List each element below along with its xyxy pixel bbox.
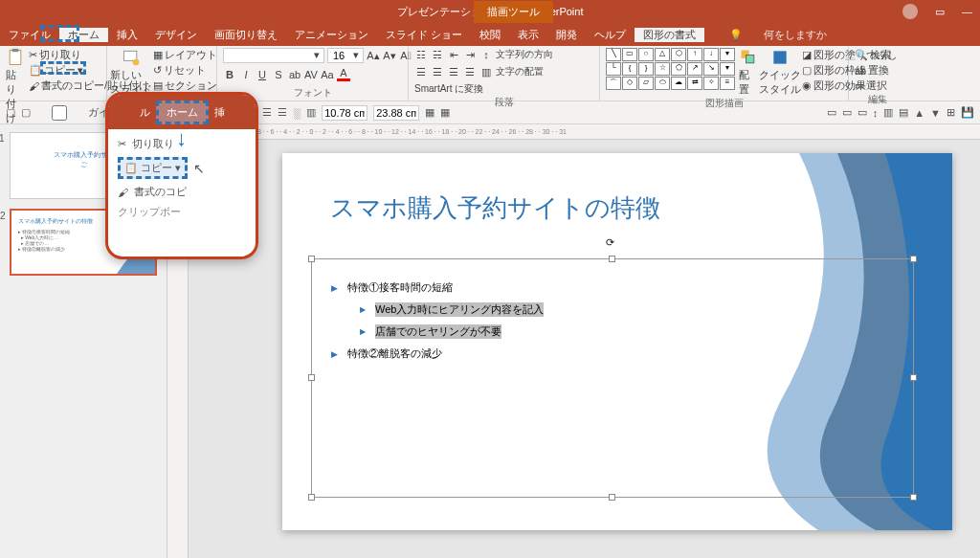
bring-forward-icon[interactable]: ▲ bbox=[914, 107, 924, 119]
casechange-button[interactable]: Aa bbox=[321, 69, 334, 80]
guide-checkbox[interactable] bbox=[36, 105, 82, 121]
callout-home-highlight: ホーム bbox=[156, 100, 209, 124]
height-input[interactable] bbox=[373, 105, 419, 121]
svg-rect-5 bbox=[746, 56, 754, 63]
replace-button[interactable]: ab 置換 bbox=[855, 63, 891, 78]
clipboard-icon bbox=[6, 48, 25, 67]
underline-button[interactable]: U bbox=[256, 69, 269, 80]
tab-design[interactable]: デザイン bbox=[146, 28, 206, 42]
qat-save-icon[interactable]: ▢ bbox=[6, 106, 15, 119]
ribbon-display-icon[interactable]: ▭ bbox=[935, 6, 945, 18]
tab-file[interactable]: ファイル bbox=[0, 28, 59, 42]
callout-copy-highlight: 📋 コピー ▾ bbox=[118, 157, 188, 179]
quick-styles-icon bbox=[770, 48, 790, 67]
increase-font-icon[interactable]: A▴ bbox=[367, 50, 380, 62]
cursor-icon: ↖ bbox=[193, 161, 205, 176]
user-avatar[interactable] bbox=[902, 4, 918, 19]
bullets-button[interactable]: ☷ bbox=[414, 49, 428, 61]
resize-handle[interactable] bbox=[308, 494, 315, 501]
font-size-combo[interactable]: ▾ bbox=[327, 48, 364, 63]
rotate-handle-icon[interactable]: ⟳ bbox=[606, 236, 619, 250]
svg-rect-0 bbox=[10, 51, 21, 65]
columns-button[interactable]: ▥ bbox=[479, 66, 493, 78]
spacing-button[interactable]: AV bbox=[304, 69, 318, 80]
tab-slideshow[interactable]: スライド ショー bbox=[377, 28, 471, 42]
bulb-icon: 💡 bbox=[721, 29, 751, 40]
bullet-item[interactable]: 店舗でのヒヤリングが不要 bbox=[360, 321, 894, 343]
width-input[interactable] bbox=[322, 105, 368, 121]
new-slide-button[interactable]: 新しい スライド bbox=[113, 48, 149, 97]
contextual-tab-label: 描画ツール bbox=[474, 1, 553, 23]
bullet-item[interactable]: 特徴①接客時間の短縮 bbox=[331, 277, 894, 299]
decrease-font-icon[interactable]: A▾ bbox=[383, 50, 396, 62]
align-left-button[interactable]: ☰ bbox=[414, 66, 428, 78]
new-slide-icon bbox=[122, 48, 141, 67]
font-family-combo[interactable]: ▾ bbox=[223, 48, 324, 63]
content-textbox[interactable]: ⟳ 特徴①接客時間の短縮 Web入力時にヒアリング内容を記入 店舗でのヒヤリング… bbox=[311, 258, 914, 498]
tab-transitions[interactable]: 画面切り替え bbox=[206, 28, 286, 42]
text-align-button[interactable]: 文字の配置 bbox=[496, 65, 544, 78]
resize-handle[interactable] bbox=[910, 374, 917, 381]
resize-handle[interactable] bbox=[308, 256, 315, 262]
italic-button[interactable]: I bbox=[239, 69, 253, 80]
layout-button[interactable]: ▦ レイアウト bbox=[153, 48, 217, 62]
bullet-item[interactable]: Web入力時にヒアリング内容を記入 bbox=[360, 299, 894, 321]
instruction-callout: ル ホーム 挿 ✂ 切り取り 📋 コピー ▾↖ 🖌 書式のコピ クリップボー bbox=[105, 92, 258, 259]
section-button[interactable]: ▤ セクション bbox=[153, 78, 217, 93]
arrange-button[interactable]: 配置 bbox=[739, 48, 758, 97]
smartart-button[interactable]: SmartArt に変換 bbox=[414, 82, 483, 96]
slide-canvas[interactable]: スマホ購入予約サイトの特徴 ⟳ 特徴①接客時間の短縮 Web入力時にヒアリング内… bbox=[282, 153, 952, 530]
resize-handle[interactable] bbox=[609, 256, 615, 262]
justify-button[interactable]: ☰ bbox=[463, 66, 477, 78]
qat-undo-icon[interactable]: ▢ bbox=[21, 106, 31, 119]
group-editing: 編集 bbox=[855, 93, 901, 107]
resize-handle[interactable] bbox=[910, 494, 917, 501]
indent-inc-button[interactable]: ⇥ bbox=[463, 49, 477, 61]
align-center-button[interactable]: ☰ bbox=[431, 66, 444, 78]
tab-home[interactable]: ホーム bbox=[59, 28, 108, 42]
tab-developer[interactable]: 開発 bbox=[547, 28, 586, 42]
align-right-button[interactable]: ☰ bbox=[447, 66, 460, 78]
resize-handle[interactable] bbox=[308, 374, 315, 381]
bullet-item[interactable]: 特徴②離脱客の減少 bbox=[331, 343, 894, 365]
send-backward-icon[interactable]: ▼ bbox=[930, 107, 941, 119]
find-button[interactable]: 🔍 検索 bbox=[855, 48, 891, 62]
minimize-icon[interactable]: — bbox=[962, 6, 972, 17]
svg-point-3 bbox=[133, 59, 140, 66]
svg-rect-1 bbox=[12, 49, 19, 52]
numbering-button[interactable]: ☵ bbox=[431, 49, 444, 61]
text-direction-button[interactable]: 文字列の方向 bbox=[496, 48, 553, 61]
resize-handle[interactable] bbox=[910, 256, 917, 262]
font-color-button[interactable]: A bbox=[337, 67, 350, 81]
callout-clipboard: クリップボー bbox=[118, 205, 246, 219]
horizontal-ruler: 16 · · 14 · · 12 · · 10 · · 8 · · 6 · · … bbox=[189, 124, 980, 140]
bold-button[interactable]: B bbox=[223, 69, 236, 80]
tab-animations[interactable]: アニメーション bbox=[286, 28, 377, 42]
select-button[interactable]: ▭ 選択 bbox=[855, 78, 891, 93]
line-spacing-button[interactable]: ↕ bbox=[479, 49, 493, 60]
instruction-arrow-icon: ↓ bbox=[176, 126, 187, 151]
svg-rect-2 bbox=[124, 51, 137, 60]
tab-insert[interactable]: 挿入 bbox=[108, 28, 146, 42]
group-drawing: 図形描画 bbox=[606, 97, 842, 111]
quick-styles-button[interactable]: クイック スタイル bbox=[762, 48, 798, 97]
tab-view[interactable]: 表示 bbox=[509, 28, 547, 42]
tab-format[interactable]: 図形の書式 bbox=[635, 28, 704, 42]
resize-handle[interactable] bbox=[609, 494, 615, 501]
shapes-gallery[interactable]: ╲▭○△⬡↑↓▾ └{}☆⬠↗↘▾ ⌒◇▱⬭☁⇄✧≡ bbox=[606, 48, 735, 97]
svg-rect-6 bbox=[773, 51, 786, 63]
indent-dec-button[interactable]: ⇤ bbox=[447, 49, 460, 61]
tab-review[interactable]: 校閲 bbox=[471, 28, 509, 42]
tab-help[interactable]: ヘルプ bbox=[586, 28, 635, 42]
reset-button[interactable]: ↺ リセット bbox=[153, 63, 217, 78]
arrange-icon bbox=[739, 48, 758, 67]
callout-format: 🖌 書式のコピ bbox=[118, 185, 246, 199]
shadow-button[interactable]: ab bbox=[288, 69, 301, 80]
strike-button[interactable]: S bbox=[272, 69, 285, 80]
tell-me[interactable]: 💡何をしますか bbox=[712, 28, 844, 42]
